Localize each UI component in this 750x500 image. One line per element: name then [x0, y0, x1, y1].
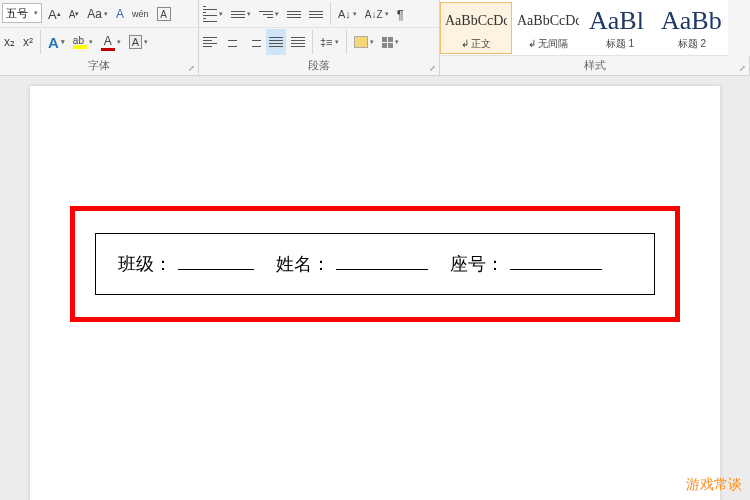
style-preview: AaBbCcDc — [517, 5, 579, 37]
watermark-text: 游戏常谈 — [686, 476, 742, 494]
char-border-button[interactable]: A — [154, 1, 174, 27]
font-group-label: 字体⤢ — [0, 56, 199, 75]
font-size-combo[interactable]: 五号▾ — [2, 3, 42, 23]
shrink-font-button[interactable]: A▾ — [66, 1, 83, 27]
style-item[interactable]: AaBl标题 1 — [584, 2, 656, 54]
selection-highlight: 班级： 姓名： 座号： — [70, 206, 680, 322]
styles-launcher-icon[interactable]: ⤢ — [739, 64, 746, 73]
style-name: ↲ 无间隔 — [517, 37, 579, 51]
style-name: 标题 2 — [661, 37, 723, 51]
style-preview: AaBl — [589, 5, 651, 37]
style-preview: AaBbC — [661, 5, 723, 37]
indent-decrease-button[interactable] — [284, 1, 304, 27]
field-seat-blank[interactable] — [510, 252, 602, 270]
borders-button[interactable] — [379, 29, 402, 55]
subscript-button[interactable]: x₂ — [1, 29, 18, 55]
char-shading-button[interactable]: A — [126, 29, 151, 55]
highlight-button[interactable]: ab — [70, 29, 96, 55]
font-color-button[interactable]: A — [98, 29, 124, 55]
paragraph-launcher-icon[interactable]: ⤢ — [429, 64, 436, 73]
bullets-button[interactable] — [200, 1, 226, 27]
style-name: 标题 1 — [589, 37, 651, 51]
clear-format-button[interactable]: A — [113, 1, 127, 27]
field-seat-label: 座号： — [450, 252, 504, 276]
document-area: 班级： 姓名： 座号： — [0, 76, 750, 500]
font-launcher-icon[interactable]: ⤢ — [188, 64, 195, 73]
justify-button[interactable] — [266, 29, 286, 55]
page[interactable]: 班级： 姓名： 座号： — [30, 86, 720, 500]
style-preview: AaBbCcDc — [445, 5, 507, 37]
align-left-button[interactable] — [200, 29, 220, 55]
field-name-blank[interactable] — [336, 252, 428, 270]
sort-button[interactable]: A↓Z — [362, 1, 392, 27]
phonetic-guide-button[interactable]: wén — [129, 1, 152, 27]
field-class-label: 班级： — [118, 252, 172, 276]
field-class-blank[interactable] — [178, 252, 254, 270]
show-marks-button[interactable]: ¶ — [394, 1, 407, 27]
form-textbox[interactable]: 班级： 姓名： 座号： — [95, 233, 655, 295]
styles-gallery[interactable]: AaBbCcDc↲ 正文AaBbCcDc↲ 无间隔AaBl标题 1AaBbC标题… — [440, 0, 728, 56]
align-center-button[interactable] — [222, 29, 242, 55]
text-effects-button[interactable]: A — [45, 29, 68, 55]
numbering-button[interactable] — [228, 1, 254, 27]
distribute-button[interactable] — [288, 29, 308, 55]
superscript-button[interactable]: x² — [20, 29, 36, 55]
style-item[interactable]: AaBbC标题 2 — [656, 2, 728, 54]
text-direction-button[interactable]: A↓ — [335, 1, 360, 27]
style-name: ↲ 正文 — [445, 37, 507, 51]
paragraph-group-label: 段落⤢ — [199, 56, 440, 75]
multilevel-button[interactable] — [256, 1, 282, 27]
align-right-button[interactable] — [244, 29, 264, 55]
style-item[interactable]: AaBbCcDc↲ 无间隔 — [512, 2, 584, 54]
styles-group-label: 样式⤢ — [440, 56, 750, 75]
change-case-button[interactable]: Aa — [84, 1, 111, 27]
field-name-label: 姓名： — [276, 252, 330, 276]
line-spacing-button[interactable]: ‡≡ — [317, 29, 342, 55]
shading-button[interactable] — [351, 29, 377, 55]
grow-font-button[interactable]: A▴ — [45, 1, 64, 27]
indent-increase-button[interactable] — [306, 1, 326, 27]
style-item[interactable]: AaBbCcDc↲ 正文 — [440, 2, 512, 54]
